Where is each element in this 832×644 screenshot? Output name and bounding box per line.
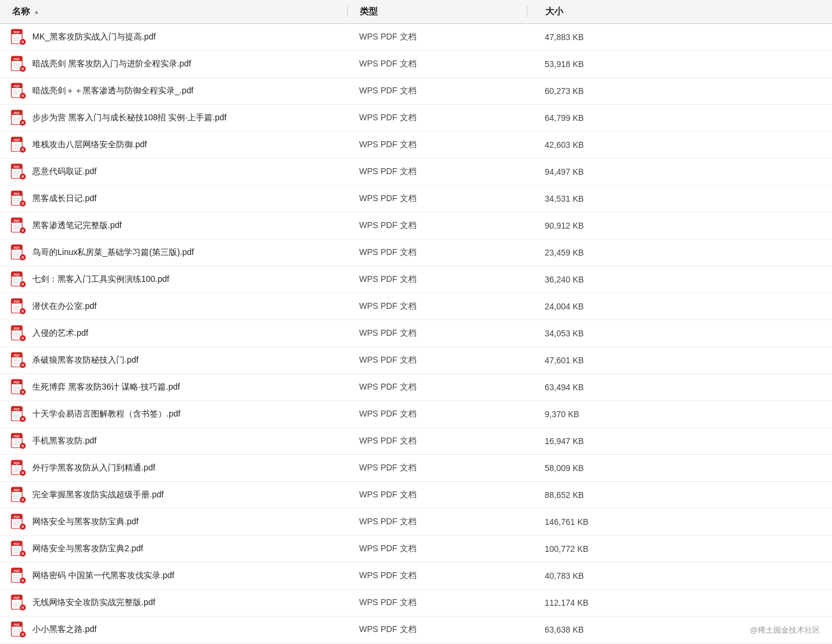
file-size: 36,240 KB (545, 275, 584, 284)
file-size-cell: 146,761 KB (527, 517, 832, 527)
file-name: 网络密码 中国第一代黑客攻伐实录.pdf (32, 570, 174, 581)
table-row[interactable]: PDF W 恶意代码取证.pdf WPS PDF 文档 94,497 KB (0, 159, 832, 186)
table-row[interactable]: PDF W 十天学会易语言图解教程（含书签）.pdf WPS PDF 文档 (0, 401, 832, 428)
file-type: WPS PDF 文档 (359, 597, 417, 607)
file-size-cell: 23,459 KB (527, 248, 832, 257)
file-type-cell: WPS PDF 文档 (347, 409, 527, 420)
table-row[interactable]: PDF W MK_黑客攻防实战入门与提高.pdf WPS PDF 文档 47 (0, 24, 832, 51)
table-row[interactable]: PDF W 外行学黑客攻防从入门到精通.pdf WPS PDF 文档 58, (0, 455, 832, 482)
svg-text:PDF: PDF (14, 165, 20, 169)
col-size-label: 大小 (545, 6, 563, 16)
file-size-cell: 16,947 KB (527, 436, 832, 446)
file-size: 47,601 KB (545, 356, 584, 365)
pdf-icon: PDF W (10, 378, 28, 396)
svg-text:PDF: PDF (14, 219, 20, 223)
col-size-header[interactable]: 大小 (527, 6, 832, 17)
file-explorer: 名称 ▲ 类型 大小 PDF (0, 0, 832, 644)
col-type-header[interactable]: 类型 (347, 6, 527, 17)
pdf-icon: PDF W (10, 55, 28, 73)
file-size-cell: 53,918 KB (527, 59, 832, 69)
file-name-cell: PDF W 暗战亮剑＋＋黑客渗透与防御全程实录_.pdf (0, 82, 347, 100)
file-name-cell: PDF W 完全掌握黑客攻防实战超级手册.pdf (0, 486, 347, 504)
file-size: 100,772 KB (545, 544, 588, 554)
file-name-cell: PDF W 无线网络安全攻防实战完整版.pdf (0, 594, 347, 612)
col-type-label: 类型 (360, 6, 378, 16)
file-size: 47,883 KB (545, 32, 584, 42)
table-row[interactable]: PDF W 暗战亮剑 黑客攻防入门与进阶全程实录.pdf WPS PDF 文档 (0, 51, 832, 78)
table-row[interactable]: PDF W 手机黑客攻防.pdf WPS PDF 文档 16,947 KB (0, 428, 832, 455)
table-row[interactable]: PDF W 网络安全与黑客攻防宝典2.pdf WPS PDF 文档 100, (0, 536, 832, 563)
pdf-icon: PDF W (10, 28, 28, 46)
file-name: MK_黑客攻防实战入门与提高.pdf (32, 32, 156, 42)
file-size-cell: 90,912 KB (527, 221, 832, 230)
file-size-cell: 47,883 KB (527, 32, 832, 42)
file-size: 88,652 KB (545, 490, 584, 500)
file-type-cell: WPS PDF 文档 (347, 463, 527, 473)
file-size-cell: 36,240 KB (527, 275, 832, 284)
file-name: 杀破狼黑客攻防秘技入门.pdf (32, 355, 138, 366)
table-row[interactable]: PDF W 鸟哥的Linux私房菜_基础学习篇(第三版).pdf WPS PDF… (0, 239, 832, 266)
file-type: WPS PDF 文档 (359, 517, 417, 526)
file-size: 34,531 KB (545, 194, 584, 203)
file-type-cell: WPS PDF 文档 (347, 139, 527, 150)
table-row[interactable]: PDF W 暗战亮剑＋＋黑客渗透与防御全程实录_.pdf WPS PDF 文档 (0, 78, 832, 105)
table-row[interactable]: PDF W 生死博弈 黑客攻防36计 谋略·技巧篇.pdf WPS PDF 文档 (0, 374, 832, 401)
file-type: WPS PDF 文档 (359, 570, 417, 580)
file-name: 堆栈攻击八层网络安全防御.pdf (32, 139, 147, 150)
table-row[interactable]: PDF W 黑客渗透笔记完整版.pdf WPS PDF 文档 90,912 (0, 212, 832, 239)
file-size: 24,004 KB (545, 302, 584, 311)
file-name-cell: PDF W 黑客成长日记.pdf (0, 190, 347, 208)
table-row[interactable]: PDF W 网络安全与黑客攻防宝典.pdf WPS PDF 文档 146,7 (0, 509, 832, 536)
file-type: WPS PDF 文档 (359, 463, 417, 472)
svg-text:PDF: PDF (14, 623, 20, 627)
file-type-cell: WPS PDF 文档 (347, 355, 527, 366)
table-row[interactable]: PDF W 杀破狼黑客攻防秘技入门.pdf WPS PDF 文档 47,60 (0, 347, 832, 374)
file-size-cell: 100,772 KB (527, 544, 832, 554)
col-name-header[interactable]: 名称 ▲ (0, 6, 347, 17)
table-header: 名称 ▲ 类型 大小 (0, 0, 832, 24)
table-row[interactable]: PDF W 小小黑客之路.pdf WPS PDF 文档 63,638 KB (0, 616, 832, 643)
file-name: 小小黑客之路.pdf (32, 624, 96, 635)
table-row[interactable]: PDF W 潜伏在办公室.pdf WPS PDF 文档 24,004 KB (0, 293, 832, 320)
pdf-icon: PDF W (10, 324, 28, 342)
file-size: 42,603 KB (545, 140, 584, 150)
table-row[interactable]: PDF W 无线网络安全攻防实战完整版.pdf WPS PDF 文档 112 (0, 590, 832, 616)
file-name-cell: PDF W 鸟哥的Linux私房菜_基础学习篇(第三版).pdf (0, 244, 347, 262)
file-name-cell: PDF W 步步为营 黑客入门与成长秘技108招 实例·上手篇.pdf (0, 109, 347, 127)
file-type: WPS PDF 文档 (359, 490, 417, 499)
file-type-cell: WPS PDF 文档 (347, 543, 527, 554)
file-name: 生死博弈 黑客攻防36计 谋略·技巧篇.pdf (32, 382, 180, 393)
table-row[interactable]: PDF W 堆栈攻击八层网络安全防御.pdf WPS PDF 文档 42,6 (0, 132, 832, 159)
file-type: WPS PDF 文档 (359, 247, 417, 257)
file-name-cell: PDF W 十天学会易语言图解教程（含书签）.pdf (0, 405, 347, 423)
file-name: 网络安全与黑客攻防宝典.pdf (32, 517, 138, 527)
file-type-cell: WPS PDF 文档 (347, 193, 527, 204)
file-size-cell: 9,370 KB (527, 409, 832, 419)
table-row[interactable]: PDF W 黑客成长日记.pdf WPS PDF 文档 34,531 KB (0, 186, 832, 212)
svg-text:PDF: PDF (14, 192, 20, 196)
table-row[interactable]: PDF W 网络密码 中国第一代黑客攻伐实录.pdf WPS PDF 文档 (0, 563, 832, 590)
pdf-icon: PDF W (10, 297, 28, 315)
file-type: WPS PDF 文档 (359, 274, 417, 284)
svg-text:PDF: PDF (14, 246, 20, 250)
table-row[interactable]: PDF W 七剑：黑客入门工具实例演练100.pdf WPS PDF 文档 (0, 266, 832, 293)
table-row[interactable]: PDF W 入侵的艺术.pdf WPS PDF 文档 34,053 KB (0, 320, 832, 347)
file-name: 暗战亮剑＋＋黑客渗透与防御全程实录_.pdf (32, 86, 193, 96)
file-type-cell: WPS PDF 文档 (347, 570, 527, 581)
file-type: WPS PDF 文档 (359, 382, 417, 391)
table-row[interactable]: PDF W 完全掌握黑客攻防实战超级手册.pdf WPS PDF 文档 88 (0, 482, 832, 509)
pdf-icon: PDF W (10, 594, 28, 612)
file-size: 146,761 KB (545, 517, 588, 527)
file-type: WPS PDF 文档 (359, 624, 417, 634)
file-name: 网络安全与黑客攻防宝典2.pdf (32, 543, 143, 554)
file-type-cell: WPS PDF 文档 (347, 86, 527, 96)
file-type: WPS PDF 文档 (359, 220, 417, 230)
svg-text:PDF: PDF (14, 31, 20, 34)
sort-arrow: ▲ (34, 8, 40, 15)
file-size: 9,370 KB (545, 409, 579, 419)
file-size-cell: 34,053 KB (527, 329, 832, 338)
pdf-icon: PDF W (10, 621, 28, 639)
table-row[interactable]: PDF W 步步为营 黑客入门与成长秘技108招 实例·上手篇.pdf WPS … (0, 105, 832, 132)
svg-text:PDF: PDF (14, 327, 20, 330)
file-type: WPS PDF 文档 (359, 193, 417, 203)
